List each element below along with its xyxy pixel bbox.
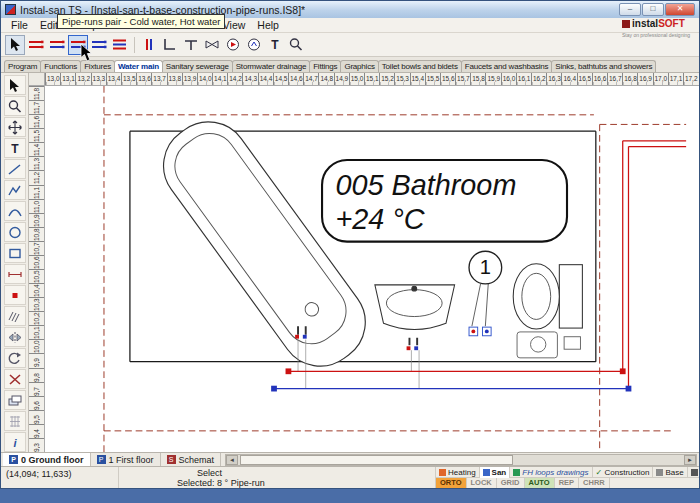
status-toggle[interactable]: REP: [555, 478, 579, 488]
ruler-tick: 16,2: [531, 73, 546, 85]
status-toggle[interactable]: AUTO: [525, 478, 555, 488]
floor-tab-label: Schemat: [179, 455, 215, 465]
toolbar-glyph-icon: [204, 37, 220, 52]
ruler-tick: 11,3: [29, 156, 44, 170]
status-toggle[interactable]: ORTO: [436, 478, 467, 488]
status-toggle[interactable]: LOCK: [467, 478, 497, 488]
category-tab[interactable]: Sanitary sewerage: [162, 60, 233, 72]
floor-tab[interactable]: S Schemat: [161, 453, 222, 466]
node-tool-icon[interactable]: [4, 285, 26, 305]
room-label[interactable]: 005 Bathroom +24 °C: [322, 160, 567, 242]
bathtub[interactable]: [148, 106, 382, 382]
text-tool-icon[interactable]: T: [4, 138, 26, 158]
pan-tool-icon[interactable]: [4, 117, 26, 137]
status-toggle[interactable]: CHRR: [579, 478, 610, 488]
layer-tab-icon: [691, 469, 698, 476]
layer-tab[interactable]: FH loops drawings: [510, 467, 592, 478]
component-category-tabs: ProgramFunctionsFixturesWater mainSanita…: [1, 57, 699, 73]
select-arrow-icon[interactable]: [5, 35, 25, 55]
ruler-tick: 9,5: [29, 410, 44, 424]
floor-tab[interactable]: P 0 Ground floor: [3, 453, 91, 466]
layer-tab[interactable]: Base: [653, 467, 687, 478]
ruler-tick: 16,1: [516, 73, 531, 85]
category-tab[interactable]: Water main: [114, 60, 163, 72]
grid-tool-icon[interactable]: [4, 411, 26, 431]
category-tab[interactable]: Fixtures: [80, 60, 115, 72]
erase-tool-icon[interactable]: [4, 369, 26, 389]
minimize-button[interactable]: –: [619, 3, 641, 16]
pipe-runs-pair-icon[interactable]: [68, 35, 88, 55]
ruler-tick: 16,0: [501, 73, 516, 85]
maximize-button[interactable]: □: [642, 3, 664, 16]
category-tab[interactable]: Functions: [40, 60, 81, 72]
category-tab[interactable]: Toilet bowls and bidets: [378, 60, 462, 72]
tool-glyph-icon: [7, 99, 23, 114]
category-tab[interactable]: Graphics: [340, 60, 378, 72]
scroll-left-icon[interactable]: ◄: [226, 455, 238, 465]
rect-tool-icon[interactable]: [4, 243, 26, 263]
pipe-pair-cold-icon[interactable]: [89, 35, 109, 55]
pointer-tool-icon[interactable]: [4, 75, 26, 95]
pump-icon[interactable]: [223, 35, 243, 55]
rotate-tool-icon[interactable]: [4, 348, 26, 368]
toilet[interactable]: [513, 264, 582, 329]
floor-tab[interactable]: P 1 First floor: [91, 453, 161, 466]
floor-drain[interactable]: [564, 337, 580, 349]
zoom-icon[interactable]: [286, 35, 306, 55]
layer-tab-label: Base: [665, 468, 683, 477]
arc-tool-icon[interactable]: [4, 201, 26, 221]
floor-tab-row: P 0 Ground floor P 1 First floor S Schem…: [1, 452, 699, 466]
drawing-canvas[interactable]: 1 005 Bathroom +24 °C: [45, 86, 699, 452]
zoom-tool-icon[interactable]: [4, 96, 26, 116]
room-label-line2: +24 °C: [335, 203, 424, 235]
tee-fitting-icon[interactable]: [181, 35, 201, 55]
floor-tab-icon: P: [97, 455, 106, 464]
layers-tool-icon[interactable]: [4, 390, 26, 410]
category-tab[interactable]: Fittings: [309, 60, 341, 72]
layer-tab[interactable]: Printout: [688, 467, 700, 478]
ruler-tick: 15,6: [440, 73, 455, 85]
text-label-icon[interactable]: T: [265, 35, 285, 55]
pipe-triple-icon[interactable]: [110, 35, 130, 55]
category-tab[interactable]: Sinks, bathtubs and showers: [551, 60, 656, 72]
callout-number: 1: [480, 256, 491, 278]
layer-tab[interactable]: Construction: [593, 467, 654, 478]
dimension-tool-icon[interactable]: [4, 264, 26, 284]
status-toggle[interactable]: GRID: [497, 478, 525, 488]
washing-machine[interactable]: [517, 332, 557, 358]
layer-tab[interactable]: San: [480, 467, 511, 478]
ruler-tick: 10,4: [29, 283, 44, 297]
category-tab[interactable]: Faucets and washbasins: [461, 60, 553, 72]
hatch-tool-icon[interactable]: [4, 306, 26, 326]
category-tab[interactable]: Program: [4, 60, 41, 72]
ruler-tick: 11,2: [29, 170, 44, 184]
menu-item[interactable]: File: [5, 18, 34, 32]
pipe-pair-hot-icon[interactable]: [26, 35, 46, 55]
ruler-tick: 11,1: [29, 185, 44, 199]
mirror-tool-icon[interactable]: [4, 327, 26, 347]
connection-points[interactable]: [469, 327, 491, 336]
ruler-tick: 15,9: [485, 73, 500, 85]
menu-item[interactable]: Help: [251, 18, 285, 32]
valve-icon[interactable]: [202, 35, 222, 55]
layer-tab[interactable]: Heating: [436, 467, 480, 478]
line-tool-icon[interactable]: [4, 159, 26, 179]
ruler-tick: 14,0: [197, 73, 212, 85]
info-tool-icon[interactable]: i: [4, 432, 26, 452]
washbasin[interactable]: [375, 285, 455, 330]
horizontal-scrollbar[interactable]: ◄ ►: [225, 454, 697, 466]
riser-icon[interactable]: [139, 35, 159, 55]
scroll-right-icon[interactable]: ►: [684, 455, 696, 465]
scrollbar-thumb[interactable]: [240, 455, 513, 465]
category-tab[interactable]: Stormwater drainage: [232, 60, 310, 72]
close-button[interactable]: ✕: [665, 3, 695, 16]
washbasin-valves[interactable]: [407, 338, 419, 389]
polyline-tool-icon[interactable]: [4, 180, 26, 200]
pipe-pair-mixed-icon[interactable]: [47, 35, 67, 55]
circle-tool-icon[interactable]: [4, 222, 26, 242]
water-meter-icon[interactable]: [244, 35, 264, 55]
elbow-fitting-icon[interactable]: [160, 35, 180, 55]
tool-glyph-icon: [7, 372, 23, 387]
svg-text:T: T: [11, 142, 19, 156]
callout-1[interactable]: 1: [469, 251, 502, 326]
